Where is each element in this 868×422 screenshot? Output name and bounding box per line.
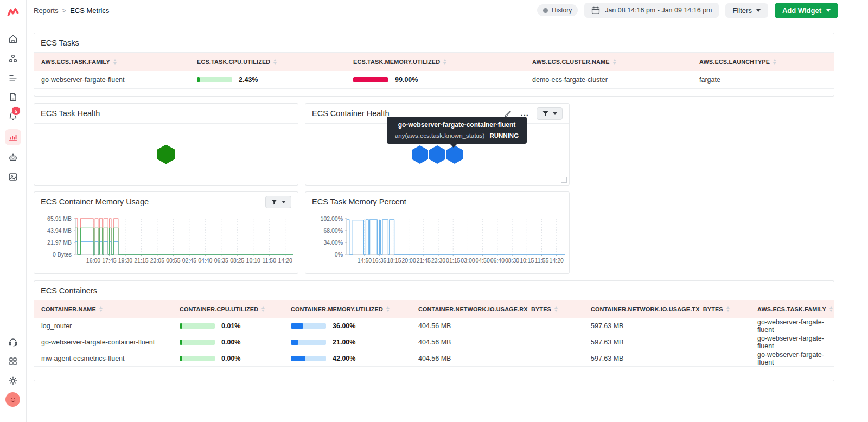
memory-percent-chart: 14:5016:3518:1520:0021:4523:3001:1503:00… [305,212,569,273]
filters-label: Filters [733,7,752,15]
grid-icon [8,356,18,367]
ecs-containers-panel: ECS Containers CONTAINER.NAME CONTAINER.… [34,280,834,381]
memory-utilized-cell: 99.00% [346,76,525,84]
tx-bytes-value: 597.63 MB [584,322,750,330]
svg-text:65.91 MB: 65.91 MB [47,215,72,222]
sidebar-item-settings[interactable] [7,374,20,387]
svg-text:06:40: 06:40 [490,257,505,264]
date-range-picker[interactable]: Jan 08 14:16 pm - Jan 09 14:16 pm [584,3,718,18]
table-row[interactable]: go-webserver-fargate-fluent 2.43% 99.00%… [34,71,834,89]
svg-text:08:25: 08:25 [230,257,244,264]
column-header-cluster-name[interactable]: AWS.ECS.CLUSTER.NAME [525,59,692,65]
ecs-tasks-panel: ECS Tasks AWS.ECS.TASK.FAMILY ECS.TASK.C… [34,33,834,97]
column-header-tx-bytes[interactable]: CONTAINER.NETWORK.IO.USAGE.TX_BYTES [584,306,750,312]
svg-text:00:55: 00:55 [166,257,180,264]
more-options-button[interactable]: ... [520,111,529,116]
sidebar-item-integrations[interactable] [7,355,20,368]
widget-filter-button[interactable] [265,196,291,208]
container-name-value: log_router [34,322,173,330]
filter-lines-icon [8,73,18,84]
column-header-task-family[interactable]: AWS.ECS.TASK.FAMILY [34,59,190,65]
ecs-task-health-header: ECS Task Health [34,104,298,124]
svg-text:02:45: 02:45 [182,257,196,264]
column-header-task-family[interactable]: AWS.ECS.TASK.FAMILY [750,306,834,312]
browser-user-icon [8,171,18,182]
cpu-usage-bar [180,323,215,329]
rx-bytes-value: 404.56 MB [411,338,584,346]
svg-text:06:35: 06:35 [214,257,228,264]
sidebar-item-dashboards-active[interactable] [5,129,21,145]
sort-icon [726,306,730,312]
panel-title: ECS Containers [41,286,97,295]
memory-utilized-cell: 36.00% [284,322,411,330]
task-family-value: go-webserver-fargate-fluent [750,335,834,350]
widget-filter-button[interactable] [537,107,563,120]
ecs-container-memory-usage-panel: ECS Container Memory Usage 16:0017:4519:… [34,191,298,274]
table-row[interactable]: go-webserver-fargate-container-fluent 0.… [34,334,834,350]
task-health-hexagon[interactable] [157,145,175,164]
table-row[interactable]: mw-agent-ecsmetrics-fluent 0.00% 42.00% … [34,350,834,367]
column-header-container-name[interactable]: CONTAINER.NAME [34,306,173,312]
sidebar-item-support[interactable] [7,335,20,348]
panel-resize-handle[interactable] [561,177,567,183]
headset-icon [8,336,18,347]
container-hexagon[interactable] [446,145,463,164]
rx-bytes-value: 404.56 MB [411,322,584,330]
table-footer-strip [34,367,834,379]
cpu-utilized-value: 2.43% [239,76,258,84]
cluster-name-value: demo-ecs-fargate-cluster [525,76,692,84]
add-widget-label: Add Widget [782,7,821,15]
svg-text:04:40: 04:40 [198,257,212,264]
sidebar: 5 [0,0,27,422]
column-header-launchtype[interactable]: AWS.ECS.LAUNCHTYPE [692,59,834,65]
memory-percent-header: ECS Task Memory Percent [305,192,569,212]
svg-text:10:15: 10:15 [520,257,534,264]
memory-utilized-value: 36.00% [333,322,355,330]
app-logo[interactable] [7,5,20,18]
add-widget-button[interactable]: Add Widget [775,3,838,18]
svg-text:11:50: 11:50 [262,257,276,264]
history-dot-icon [543,8,548,13]
cpu-utilized-value: 0.01% [221,322,240,330]
svg-text:18:15: 18:15 [387,257,401,264]
document-icon [8,92,18,103]
table-row[interactable]: log_router 0.01% 36.00% 404.56 MB 597.63… [34,318,834,334]
breadcrumb-reports[interactable]: Reports [34,7,59,15]
sort-icon [613,59,616,65]
cpu-utilized-cell: 0.00% [173,338,284,346]
memory-usage-bar [291,340,326,345]
svg-text:14:20: 14:20 [550,257,564,264]
svg-text:10:10: 10:10 [246,257,260,264]
panel-title: ECS Container Health [312,109,390,118]
cpu-usage-bar [180,356,215,361]
topbar: Reports > ECS Metrics History Jan 08 14:… [26,0,868,21]
column-header-rx-bytes[interactable]: CONTAINER.NETWORK.IO.USAGE.RX_BYTES [411,306,584,312]
cpu-utilized-value: 0.00% [221,338,240,346]
column-header-container-memory[interactable]: CONTAINER.MEMORY.UTILIZED [284,306,411,312]
bar-chart-icon [8,132,18,143]
task-family-value: go-webserver-fargate-fluent [750,351,834,366]
sidebar-item-traces[interactable] [7,91,20,104]
funnel-icon [542,110,549,117]
svg-text:43.94 MB: 43.94 MB [47,227,72,234]
container-hexagon[interactable] [412,145,428,164]
chevron-down-icon [282,201,286,203]
filters-button[interactable]: Filters [725,3,768,18]
sidebar-item-home[interactable] [7,33,20,46]
sidebar-item-logs[interactable] [7,72,20,85]
history-button[interactable]: History [537,4,578,16]
column-header-cpu-utilized[interactable]: ECS.TASK.CPU.UTILIZED [190,59,346,65]
tooltip-container-name: go-webserver-fargate-container-fluent [392,121,521,129]
container-hexagon[interactable] [429,145,445,164]
sidebar-item-rum[interactable] [7,170,20,183]
panel-title: ECS Task Health [41,109,100,118]
column-header-memory-utilized[interactable]: ECS.TASK.MEMORY.UTILIZED [346,59,525,65]
svg-text:21:15: 21:15 [134,257,148,264]
ecs-tasks-header: ECS Tasks [34,33,834,53]
sidebar-item-ai-bot[interactable] [7,151,20,164]
sidebar-item-infrastructure[interactable] [7,52,20,65]
sort-icon [443,59,446,65]
column-header-container-cpu[interactable]: CONTAINER.CPU.UTILIZED [173,306,284,312]
user-avatar[interactable] [5,392,20,407]
panel-title: ECS Container Memory Usage [41,197,149,206]
